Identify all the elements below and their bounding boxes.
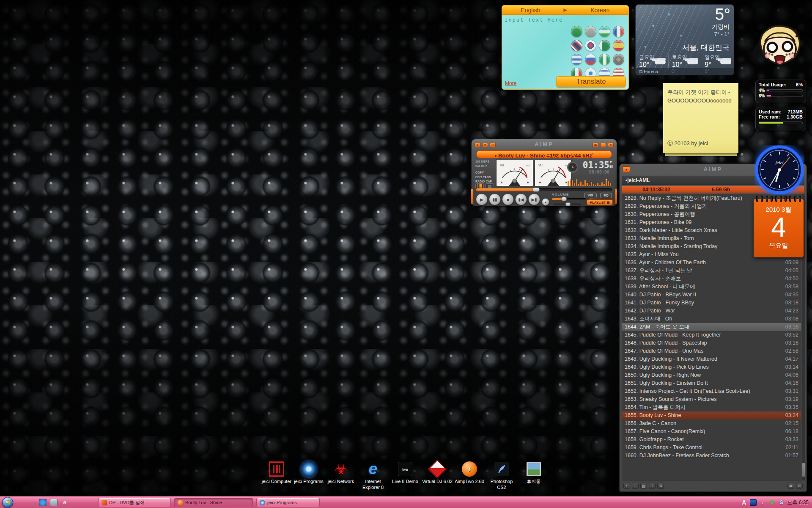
playlist-row[interactable]: 1653. Sneaky Sound System - Pictures03:1… [622, 395, 801, 403]
flag-dark-icon[interactable] [613, 54, 624, 65]
desktop-icon-live8-demo[interactable]: live Live 8 Demo [389, 461, 421, 491]
playlist-toggle-button[interactable]: PLAYLIST ⊟ [587, 199, 613, 205]
sort-button[interactable]: ▤ [640, 483, 647, 489]
misc-button[interactable]: ♪ [649, 483, 656, 489]
playlist-row-selected[interactable]: 1644. 2AM - 죽어도 못 보내03:16 [622, 323, 801, 331]
eq-button[interactable]: EQ [600, 193, 612, 198]
analog-clock-gadget[interactable]: jeici [754, 145, 804, 195]
quicklaunch-ie-icon[interactable]: e [61, 499, 69, 506]
scrollbar-thumb[interactable] [802, 463, 805, 477]
repeat-button[interactable]: ↺ [796, 483, 803, 489]
playlist-row[interactable]: 1648. Ugly Duckling - It Never Mattered0… [622, 355, 801, 363]
start-button[interactable] [2, 497, 13, 508]
player-minimize-button[interactable]: ─ [600, 143, 606, 147]
shuffle-button[interactable]: ⇄ [787, 483, 794, 489]
player-close-button[interactable]: ✕ [608, 143, 614, 147]
flag-spain-icon[interactable] [613, 40, 624, 51]
vis-button[interactable]: VIS [584, 193, 597, 198]
translate-input[interactable]: Input Text Here [505, 17, 563, 23]
calendar-gadget[interactable]: 2010 3월 4 목요일 [754, 199, 804, 257]
playlist-row[interactable]: 1638. 유리상자 - 순애보04:50 [622, 275, 801, 283]
translate-button[interactable]: Translate [556, 76, 626, 87]
player-maximize-button[interactable]: ▣ [593, 143, 598, 147]
playlist-row[interactable]: 1646. Puddle Of Mudd - Spaceship03:16 [622, 339, 801, 347]
flag-brazil-icon[interactable] [571, 26, 582, 37]
taskbar-task-aimp[interactable]: Booty Luv - Shine ... [174, 498, 253, 507]
weather-gadget[interactable]: 5° 가랑비 7° - 1° 서울, 대한민국 금요일 10° -1° 토요일 … [635, 4, 734, 75]
menu-edit-tags[interactable]: EDiT TAGS [475, 175, 494, 180]
playlist-row[interactable]: 1639. After School - 너 때문에03:58 [622, 283, 801, 291]
more-link[interactable]: More [505, 80, 516, 86]
playlist-row[interactable]: 1643. 소녀시대 - Oh03:08 [622, 315, 801, 323]
pause-button[interactable]: ▮▮ [489, 193, 501, 205]
volume-slider[interactable] [552, 198, 586, 200]
desktop-icon-recycle-bin[interactable]: 휴지통 [518, 461, 550, 491]
desktop-icon-jeici-computer[interactable]: jeici Computer [261, 461, 293, 491]
move-updown-button[interactable]: ⇅ [657, 483, 664, 489]
balance-slider[interactable] [554, 204, 581, 205]
display-tray-icon[interactable] [750, 499, 757, 506]
scheduler-tray-icon[interactable]: S [778, 499, 785, 506]
desktop-icon-virtual-dj[interactable]: Virtual DJ 6.02 [421, 461, 453, 491]
quicklaunch-media-icon[interactable] [39, 499, 47, 506]
seek-bar[interactable] [476, 188, 612, 191]
playlist-row[interactable]: 1642. DJ Pablo - War04:23 [622, 307, 801, 315]
playlist-row[interactable]: 1647. Puddle Of Mudd - Uno Mas02:58 [622, 347, 801, 355]
language-from[interactable]: English [502, 7, 559, 14]
volume-tray-icon[interactable]: ♪ [759, 499, 766, 506]
playlist-row[interactable]: 1640. DJ Pablo - BBoys War II04:35 [622, 291, 801, 299]
quicklaunch-show-desktop-icon[interactable] [50, 499, 58, 506]
ram-gadget[interactable]: Used ram: 713MB Free ram: 1.30GB [755, 107, 806, 131]
flag-united-kingdom-icon[interactable] [571, 40, 582, 51]
flag-russia-icon[interactable] [585, 54, 596, 65]
desktop-icon-photoshop[interactable]: Photoshop CS2 [486, 461, 518, 491]
play-button[interactable]: ▶ [476, 193, 488, 205]
playlist-row-playing[interactable]: 1655. Booty Luv - Shine03:24 [622, 411, 801, 420]
playlist-row[interactable]: 1659. Chris Bangs - Take Control02:11 [622, 444, 801, 452]
playlist-row[interactable]: 1651. Ugly Duckling - Einstein Do It04:1… [622, 379, 801, 387]
sticky-note[interactable]: 우와아 가젯 이거 좋다아~ GOOOOOOOOOooooood ⓒ 20103… [663, 83, 738, 153]
playlist-row[interactable]: 1654. Tim - 발목을 다쳐서03:35 [622, 403, 801, 411]
add-track-button[interactable]: + [623, 483, 630, 489]
taskbar-task-jeici-programs[interactable]: jeici Programs [256, 498, 320, 507]
playlist-row[interactable]: 1650. Ugly Duckling - Right Now04:06 [622, 371, 801, 379]
playlist-row[interactable]: 1649. Ugly Duckling - Pick Up Lines03:14 [622, 363, 801, 371]
menu-copy[interactable]: COPY [475, 171, 494, 175]
playlist-row[interactable]: 1645. Puddle Of Mudd - Keep It Together0… [622, 331, 801, 339]
flag-south-korea-icon[interactable] [585, 40, 596, 51]
desktop-icon-internet-explorer[interactable]: e Internet Explorer 8 [357, 461, 389, 491]
taskbar-clock[interactable]: 오후 6:35 [787, 499, 809, 506]
player-compact-button[interactable]: ↺ [482, 143, 488, 147]
player-menu-button[interactable]: ▾ [475, 143, 480, 147]
remove-track-button[interactable]: − [632, 483, 639, 489]
flag-stone-icon[interactable] [585, 26, 596, 37]
playlist-row[interactable]: 1658. Goldfrapp - Rocket03:33 [622, 436, 801, 444]
desktop-icon-jeici-network[interactable]: ☣ jeici Network [325, 461, 357, 491]
now-playing-banner[interactable]: • Booty Luv - Shine =192 kbps/44 kHz* [476, 150, 612, 158]
playlist-row[interactable]: 1656. Jade C - Canon02:15 [622, 420, 801, 428]
flag-uzbekistan-icon[interactable] [599, 26, 610, 37]
desktop-icon-aimp[interactable]: ♪ AimpTwo 2.60 [453, 461, 486, 491]
playlist-row[interactable]: 1636. Ayur - Children Of The Earth05:09 [622, 259, 801, 267]
desktop-icon-jeici-programs[interactable]: jeici Programs [293, 461, 325, 491]
playlist-menu-button[interactable]: ▾ [623, 166, 630, 172]
stop-button[interactable]: ■ [502, 193, 514, 205]
flag-nigeria-icon[interactable] [599, 54, 610, 65]
volume-handle[interactable] [561, 197, 567, 201]
playlist-row[interactable]: 1660. DJ JohnBeez - Fretless Fader Scrat… [622, 452, 801, 460]
playlist-row[interactable]: 1652. Intenso Project - Get It On(Feat.L… [622, 387, 801, 395]
player-power-button[interactable]: ⊙ [490, 143, 496, 147]
playlist-row[interactable]: 1657. Five Canon - Canon(Remix)06:18 [622, 428, 801, 436]
previous-button[interactable]: ▮◀ [515, 193, 527, 205]
seek-handle[interactable] [532, 188, 540, 192]
ime-language-icon[interactable]: A [741, 499, 747, 506]
antivirus-v3-tray-icon[interactable]: V [768, 499, 775, 506]
playlist-row[interactable]: 1637. 유리상자 - 1년 되는 날04:05 [622, 267, 801, 275]
playlist-row[interactable]: 1641. DJ Pablo - Funky BBoy03:18 [622, 299, 801, 307]
next-button[interactable]: ▶▮ [528, 193, 540, 205]
language-to[interactable]: Korean [571, 7, 628, 14]
flag-pakistan-icon[interactable] [599, 40, 610, 51]
cpu-usage-gadget[interactable]: Total Usage: 6% 4% 8% [755, 80, 806, 103]
balance-handle[interactable] [565, 202, 571, 206]
taskbar-task-dp[interactable]: DP - DVD를 넘어 ... [98, 498, 171, 507]
